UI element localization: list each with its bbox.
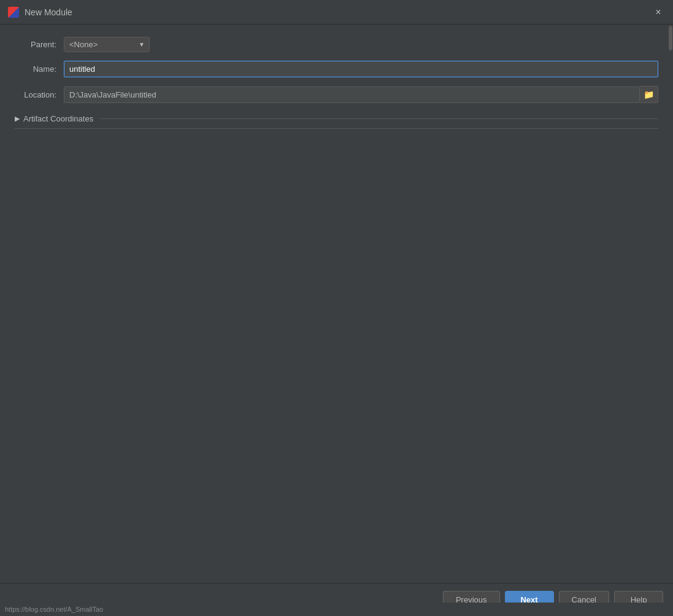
form-content: Parent: <None> ▼ Name: (0, 25, 673, 316)
artifact-coordinates-toggle[interactable]: ▶ Artifact Coordinates (15, 112, 658, 129)
footer-area: Previous Next Cancel Help https://blog.c… (0, 583, 673, 616)
close-button[interactable]: × (651, 5, 666, 20)
new-module-dialog: New Module × Parent: <None> ▼ Name: (0, 0, 673, 616)
title-bar: New Module × (0, 0, 673, 25)
dialog-main: Parent: <None> ▼ Name: (0, 25, 673, 616)
content-spacer (0, 316, 673, 583)
name-row: Name: (15, 61, 658, 77)
status-text: https://blog.csdn.net/A_SmallTao (5, 606, 103, 613)
artifact-section: ▶ Artifact Coordinates (15, 112, 658, 129)
app-icon (7, 6, 20, 18)
location-label: Location: (15, 90, 64, 99)
name-input-wrapper (64, 61, 658, 77)
name-label: Name: (15, 64, 64, 74)
dialog-title: New Module (25, 7, 651, 17)
parent-select-wrapper: <None> ▼ (64, 37, 658, 52)
artifact-chevron-icon: ▶ (15, 115, 20, 123)
parent-select[interactable]: <None> (64, 37, 150, 52)
location-row: Location: 📁 (15, 86, 658, 103)
artifact-coordinates-label: Artifact Coordinates (23, 114, 93, 123)
parent-row: Parent: <None> ▼ (15, 37, 658, 52)
folder-icon: 📁 (644, 90, 654, 99)
status-bar: https://blog.csdn.net/A_SmallTao (0, 603, 673, 616)
location-input[interactable] (64, 87, 640, 103)
location-wrapper: 📁 (64, 86, 658, 103)
scrollbar[interactable] (668, 25, 673, 567)
name-input[interactable] (64, 61, 658, 77)
parent-select-container: <None> ▼ (64, 37, 150, 52)
parent-label: Parent: (15, 40, 64, 49)
artifact-divider (99, 118, 658, 119)
browse-folder-button[interactable]: 📁 (640, 86, 658, 103)
scrollbar-thumb[interactable] (669, 26, 672, 50)
